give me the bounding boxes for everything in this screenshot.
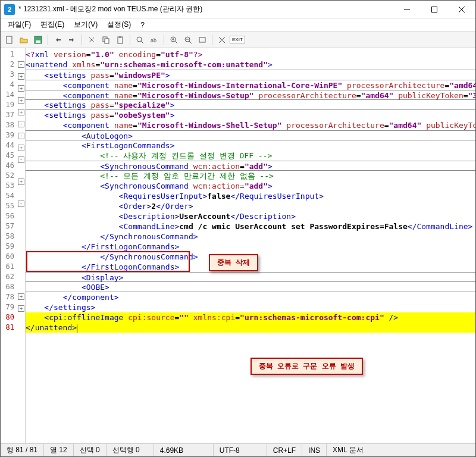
line-number[interactable]: 52 [1, 171, 17, 181]
find-button[interactable] [133, 33, 146, 46]
code-line[interactable]: <RequiresUserInput>false</RequiresUserIn… [26, 191, 475, 201]
line-number[interactable]: 46 [1, 161, 17, 171]
menu-file[interactable]: 파일(F) [3, 18, 36, 31]
line-number[interactable]: 79 [1, 302, 17, 312]
fold-expand-icon[interactable]: + [18, 109, 24, 115]
line-number[interactable]: 61 [1, 262, 17, 272]
redo-button[interactable] [65, 33, 79, 46]
line-number[interactable]: 60 [1, 252, 17, 262]
code-line[interactable]: <!-- 사용자 계정 컨트롤 설정 변경 OFF --> [26, 151, 475, 161]
paste-button[interactable] [114, 33, 127, 46]
code-content[interactable]: <?xml version="1.0" encoding="utf-8"?><u… [26, 48, 475, 443]
minimize-icon [404, 7, 410, 12]
status-insert-mode[interactable]: INS [302, 444, 327, 456]
line-number[interactable]: 56 [1, 211, 17, 221]
code-line[interactable]: </SynchronousCommand> [26, 231, 475, 242]
line-number[interactable]: 54 [1, 191, 17, 201]
maximize-button[interactable] [421, 1, 448, 18]
undo-button[interactable] [51, 33, 64, 46]
exit-button[interactable]: EXIT [230, 36, 245, 43]
code-line[interactable]: <component name="Microsoft-Windows-Shell… [26, 120, 475, 130]
code-line[interactable]: <OOBE> [26, 282, 475, 292]
status-encoding[interactable]: UTF-8 [214, 444, 267, 456]
code-line[interactable]: <Display> [26, 272, 475, 282]
zoom-in-button[interactable] [167, 33, 180, 46]
zoom-in-icon [170, 36, 178, 44]
fold-expand-icon[interactable]: + [18, 97, 24, 104]
code-line[interactable]: <settings pass="specialize"> [26, 100, 475, 110]
line-number[interactable]: 57 [1, 221, 17, 231]
line-number[interactable]: 14 [1, 90, 17, 100]
code-line[interactable]: <?xml version="1.0" encoding="utf-8"?> [26, 49, 475, 60]
line-number[interactable]: 53 [1, 181, 17, 191]
copy-button[interactable] [99, 33, 112, 46]
code-line[interactable]: <settings pass="windowsPE"> [26, 70, 475, 80]
fold-collapse-icon[interactable]: - [18, 121, 24, 127]
line-number[interactable]: 3 [1, 70, 17, 80]
fold-column[interactable]: -++++--+-+-++ [17, 48, 26, 443]
code-line[interactable]: <SynchronousCommand wcm:action="add"> [26, 181, 475, 191]
code-line[interactable]: </unattend> [26, 323, 475, 333]
line-number[interactable]: 4 [1, 80, 17, 90]
code-line[interactable]: <SynchronousCommand wcm:action="add"> [26, 161, 475, 171]
menu-help[interactable]: ? [136, 20, 149, 30]
line-number[interactable]: 58 [1, 231, 17, 242]
cut-button[interactable] [85, 33, 98, 46]
fold-expand-icon[interactable]: + [18, 305, 24, 312]
line-number[interactable]: 80 [1, 312, 17, 323]
code-line[interactable]: </component> [26, 292, 475, 302]
fold-expand-icon[interactable]: + [18, 145, 24, 151]
menu-settings[interactable]: 설정(S) [102, 18, 136, 31]
line-number[interactable]: 59 [1, 242, 17, 252]
line-number[interactable]: 68 [1, 282, 17, 292]
close-button[interactable] [448, 1, 475, 18]
line-number[interactable]: 39 [1, 130, 17, 140]
code-line[interactable]: </FirstLogonCommands> [26, 242, 475, 252]
line-number[interactable]: 44 [1, 140, 17, 151]
line-number[interactable]: 19 [1, 100, 17, 110]
menu-view[interactable]: 보기(V) [69, 18, 102, 31]
fold-collapse-icon[interactable]: - [18, 61, 24, 68]
line-number-gutter[interactable]: 1234141937383944454652535455565758596061… [1, 48, 17, 443]
fold-expand-icon[interactable]: + [18, 179, 24, 185]
code-line[interactable]: <component name="Microsoft-Windows-Inter… [26, 80, 475, 90]
code-line[interactable]: </settings> [26, 302, 475, 312]
line-number[interactable]: 38 [1, 120, 17, 130]
code-line[interactable]: <Order>2</Order> [26, 201, 475, 211]
line-number[interactable]: 2 [1, 60, 17, 70]
line-number[interactable]: 45 [1, 151, 17, 161]
line-number[interactable]: 55 [1, 201, 17, 211]
open-file-button[interactable] [17, 33, 30, 46]
line-number[interactable]: 37 [1, 110, 17, 120]
save-button[interactable] [32, 33, 45, 46]
replace-button[interactable]: ab [148, 33, 161, 46]
fold-expand-icon[interactable]: + [18, 85, 24, 92]
line-number[interactable]: 62 [1, 272, 17, 282]
fold-collapse-icon[interactable]: - [18, 133, 24, 139]
fold-expand-icon[interactable]: + [18, 293, 24, 300]
code-line[interactable]: <CommandLine>cmd /c wmic UserAccount set… [26, 221, 475, 231]
titlebar[interactable]: 2 * 1231231.xml - 메모장2 mod von TEUS.me (… [1, 1, 475, 18]
editor-area[interactable]: 1234141937383944454652535455565758596061… [1, 48, 475, 443]
minimize-button[interactable] [393, 1, 421, 18]
line-number[interactable]: 1 [1, 49, 17, 60]
code-line[interactable]: <component name="Microsoft-Windows-Setup… [26, 90, 475, 100]
fold-collapse-icon[interactable]: - [18, 156, 24, 163]
fold-collapse-icon[interactable]: - [18, 201, 24, 207]
menu-edit[interactable]: 편집(E) [36, 18, 69, 31]
new-file-button[interactable] [3, 33, 16, 46]
line-number[interactable]: 78 [1, 292, 17, 302]
code-line[interactable]: <FirstLogonCommands> [26, 140, 475, 151]
code-line[interactable]: <!-- 모든 계정 암호 만료기간 제한 없음 --> [26, 171, 475, 181]
scheme-button[interactable] [196, 33, 209, 46]
code-line[interactable]: <unattend xmlns="urn:schemas-microsoft-c… [26, 60, 475, 70]
code-line[interactable]: <settings pass="oobeSystem"> [26, 110, 475, 120]
fold-expand-icon[interactable]: + [18, 73, 24, 80]
close-doc-button[interactable] [215, 33, 228, 46]
code-line[interactable]: <cpi:offlineImage cpi:source="" xmlns:cp… [26, 312, 475, 323]
code-line[interactable]: <Description>UserAccount</Description> [26, 211, 475, 221]
zoom-out-button[interactable] [181, 33, 195, 46]
line-number[interactable]: 81 [1, 323, 17, 333]
status-eol[interactable]: CR+LF [267, 444, 302, 456]
code-line[interactable]: <AutoLogon> [26, 130, 475, 140]
